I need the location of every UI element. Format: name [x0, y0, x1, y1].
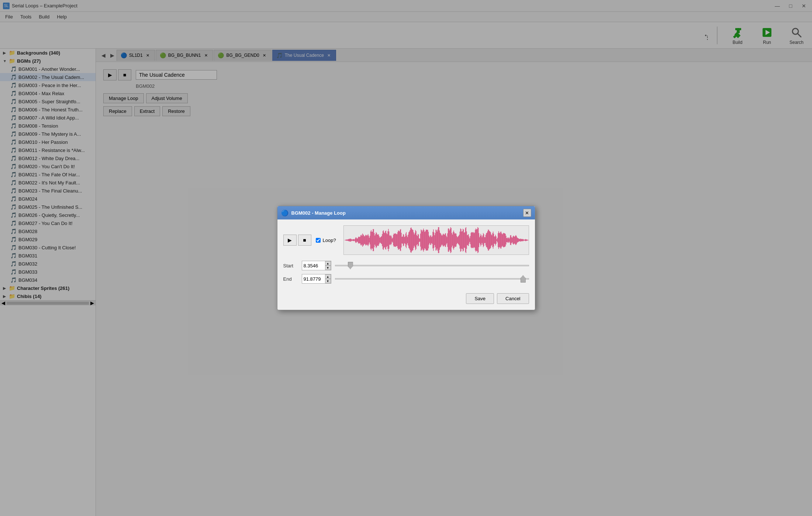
svg-rect-63	[376, 233, 377, 247]
svg-rect-309	[528, 240, 528, 240]
svg-rect-232	[480, 234, 481, 246]
svg-rect-97	[397, 232, 398, 248]
start-spin-down[interactable]: ▼	[325, 266, 331, 270]
svg-rect-55	[372, 232, 372, 249]
svg-rect-182	[450, 229, 450, 251]
svg-rect-240	[486, 235, 486, 245]
svg-rect-90	[393, 235, 393, 246]
start-slider-thumb[interactable]	[348, 262, 353, 269]
svg-rect-190	[455, 234, 455, 247]
svg-rect-215	[470, 236, 470, 244]
svg-rect-247	[490, 232, 490, 249]
svg-rect-248	[490, 232, 491, 248]
svg-rect-147	[428, 232, 428, 249]
svg-rect-185	[452, 233, 452, 247]
modal-titlebar: 🔵 BGM002 - Manage Loop ✕	[277, 206, 535, 219]
svg-rect-216	[471, 233, 471, 247]
svg-rect-20	[350, 239, 350, 242]
start-spin-up[interactable]: ▲	[325, 261, 331, 266]
svg-rect-297	[521, 239, 521, 242]
svg-rect-294	[519, 239, 519, 241]
svg-rect-199	[460, 228, 460, 252]
cancel-button[interactable]: Cancel	[497, 293, 529, 304]
start-number-input[interactable]: ▲ ▼	[302, 261, 331, 270]
svg-rect-110	[405, 233, 406, 247]
end-slider-thumb[interactable]	[521, 275, 526, 283]
svg-rect-80	[387, 234, 387, 246]
svg-rect-238	[484, 237, 484, 243]
svg-rect-98	[398, 231, 398, 250]
svg-rect-83	[389, 231, 389, 249]
svg-rect-249	[491, 234, 491, 246]
svg-rect-72	[382, 234, 382, 246]
loop-end-row: End ▲ ▼	[283, 274, 529, 284]
svg-rect-144	[426, 230, 426, 251]
svg-rect-61	[375, 234, 376, 246]
svg-rect-131	[418, 235, 419, 246]
start-slider[interactable]	[335, 262, 529, 269]
svg-rect-212	[468, 234, 469, 246]
end-slider[interactable]	[335, 275, 529, 283]
svg-rect-288	[515, 236, 515, 244]
svg-rect-133	[419, 239, 420, 242]
svg-rect-92	[394, 234, 395, 247]
svg-rect-241	[486, 233, 486, 247]
svg-rect-115	[408, 232, 409, 248]
end-spin-up[interactable]: ▲	[325, 274, 331, 279]
svg-rect-258	[497, 239, 497, 241]
svg-rect-233	[481, 235, 481, 245]
svg-rect-118	[410, 228, 411, 252]
svg-rect-279	[509, 238, 510, 243]
svg-rect-237	[484, 234, 484, 246]
svg-rect-28	[355, 238, 355, 242]
end-spin-down[interactable]: ▼	[325, 279, 331, 283]
waveform-display	[343, 225, 529, 255]
svg-rect-163	[438, 227, 438, 253]
svg-rect-284	[512, 236, 513, 244]
svg-rect-76	[384, 233, 385, 247]
svg-rect-205	[464, 233, 464, 248]
save-button[interactable]: Save	[466, 293, 494, 304]
svg-rect-123	[413, 232, 414, 248]
svg-rect-197	[459, 235, 459, 245]
svg-rect-209	[466, 231, 467, 249]
svg-rect-183	[450, 227, 450, 253]
svg-rect-252	[493, 232, 493, 249]
svg-rect-264	[500, 232, 501, 249]
svg-rect-29	[355, 237, 356, 243]
svg-rect-299	[522, 239, 522, 241]
svg-rect-104	[402, 237, 402, 243]
svg-rect-226	[477, 229, 477, 251]
svg-rect-292	[517, 238, 518, 242]
svg-rect-69	[380, 237, 380, 243]
svg-rect-66	[378, 234, 379, 246]
svg-rect-203	[463, 229, 463, 252]
svg-rect-211	[467, 235, 468, 245]
svg-rect-62	[376, 232, 376, 248]
svg-rect-256	[495, 235, 495, 245]
svg-rect-210	[467, 235, 467, 245]
loop-checkbox[interactable]	[316, 238, 321, 243]
modal-stop-button[interactable]: ■	[298, 235, 311, 246]
svg-rect-242	[487, 233, 487, 247]
svg-rect-174	[445, 233, 445, 247]
svg-rect-49	[368, 234, 368, 246]
svg-rect-271	[504, 233, 505, 247]
svg-rect-125	[415, 233, 415, 247]
modal-close-button[interactable]: ✕	[523, 209, 531, 217]
end-value-field[interactable]	[302, 276, 325, 283]
start-value-field[interactable]	[302, 262, 325, 269]
svg-rect-89	[393, 238, 393, 243]
svg-rect-73	[383, 231, 383, 249]
svg-rect-302	[524, 240, 524, 241]
svg-rect-176	[446, 236, 446, 245]
svg-rect-116	[409, 232, 410, 249]
svg-rect-74	[383, 231, 384, 250]
svg-rect-16	[348, 239, 348, 241]
svg-rect-56	[372, 232, 372, 249]
svg-rect-189	[454, 232, 454, 248]
svg-rect-105	[402, 236, 402, 244]
modal-play-button[interactable]: ▶	[283, 235, 297, 246]
end-number-input[interactable]: ▲ ▼	[302, 274, 331, 284]
svg-rect-27	[354, 239, 355, 241]
